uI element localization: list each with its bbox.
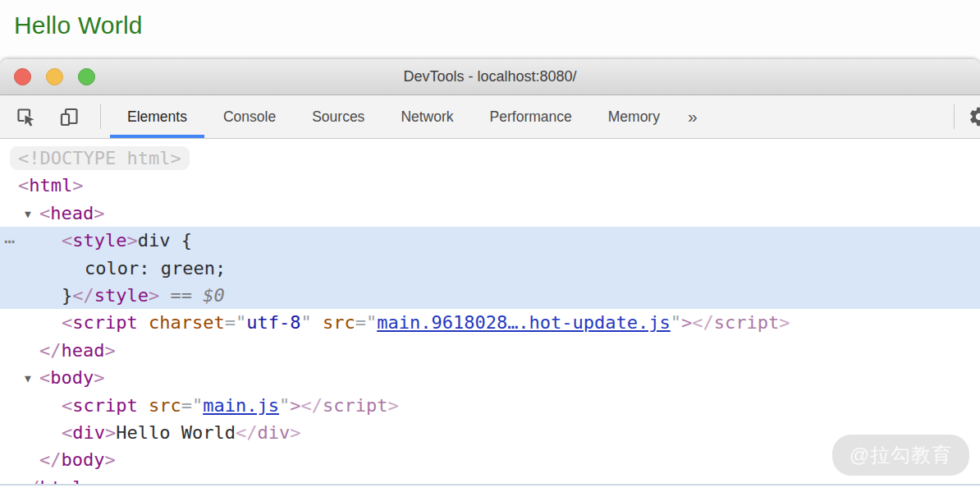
panel-tabs: Elements Console Sources Network Perform… <box>109 95 708 138</box>
code-segment: script <box>72 312 137 333</box>
code-segment: < <box>62 312 72 333</box>
code-segment: > <box>94 203 104 223</box>
overflow-dots: … <box>4 223 16 251</box>
device-toolbar-icon[interactable] <box>58 106 80 128</box>
zoom-button[interactable] <box>78 68 95 85</box>
dom-node-line[interactable]: </head> <box>0 337 980 364</box>
resource-link[interactable]: main.js <box>203 395 279 416</box>
code-segment: div <box>72 422 105 443</box>
expand-arrow-icon[interactable]: ▼ <box>25 200 31 228</box>
dom-node-line[interactable]: <html> <box>0 172 980 199</box>
code-segment <box>312 312 323 333</box>
tab-memory[interactable]: Memory <box>590 95 678 138</box>
code-segment: </ <box>39 340 62 361</box>
code-segment: > <box>290 395 300 416</box>
code-segment: <!DOCTYPE html> <box>18 148 181 168</box>
devtools-toolbar: Elements Console Sources Network Perform… <box>0 95 980 139</box>
code-segment: </ <box>692 312 714 333</box>
code-segment: < <box>62 230 72 251</box>
code-segment: div <box>257 422 290 443</box>
code-segment: script <box>714 312 779 333</box>
code-segment: script <box>323 395 387 416</box>
minimize-button[interactable] <box>46 68 63 85</box>
code-segment: > <box>681 312 692 333</box>
code-segment: head <box>50 203 94 223</box>
code-segment: style <box>94 285 149 306</box>
code-segment: < <box>39 203 50 223</box>
dom-node-line[interactable]: ▼<body> <box>0 364 980 391</box>
toolbar-left-icons <box>0 95 80 138</box>
code-segment: src <box>323 312 355 333</box>
more-tabs-button[interactable]: » <box>678 95 708 138</box>
code-segment: $0 <box>203 285 225 306</box>
code-segment: html <box>29 175 72 196</box>
code-segment: == <box>159 285 203 306</box>
code-segment: " <box>300 312 311 333</box>
toolbar-right <box>954 95 980 138</box>
page-heading: Hello World <box>14 12 143 39</box>
dom-node-line[interactable]: ▼<head> <box>0 200 980 227</box>
code-segment: " <box>279 395 290 416</box>
code-segment: > <box>779 312 790 333</box>
code-segment: < <box>62 395 72 416</box>
code-segment: </ <box>300 395 323 416</box>
code-segment: body <box>50 367 94 388</box>
code-segment <box>138 395 149 416</box>
code-segment: > <box>387 395 398 416</box>
expand-arrow-icon[interactable]: ▼ <box>25 365 31 392</box>
code-segment: =" <box>225 312 247 333</box>
code-segment: utf-8 <box>246 312 300 333</box>
code-segment: > <box>290 422 300 443</box>
close-button[interactable] <box>14 68 31 85</box>
code-segment: =" <box>181 395 204 416</box>
code-segment: =" <box>355 312 378 333</box>
toolbar-divider <box>954 104 955 129</box>
window-title: DevTools - localhost:8080/ <box>403 68 576 85</box>
dom-node-line[interactable]: color: green; <box>0 255 980 282</box>
dom-node-line[interactable]: <!DOCTYPE html> <box>0 145 980 172</box>
watermark-badge: @拉勾教育 <box>832 435 969 476</box>
code-segment: < <box>62 422 72 443</box>
code-segment: > <box>104 340 115 361</box>
hover-highlight: <!DOCTYPE html> <box>10 146 190 170</box>
tab-console[interactable]: Console <box>205 95 294 138</box>
code-segment: color: green; <box>85 258 226 279</box>
code-segment: " <box>671 312 681 333</box>
dom-node-line[interactable]: }</style> == $0 <box>0 282 980 309</box>
code-segment: src <box>149 395 181 416</box>
code-segment: > <box>126 230 137 251</box>
code-segment: Hello World <box>116 422 236 443</box>
code-segment: < <box>39 367 50 388</box>
dom-node-line[interactable]: <script charset="utf-8" src="main.961802… <box>0 309 980 336</box>
traffic-lights <box>14 59 95 94</box>
inspect-element-icon[interactable] <box>15 106 37 128</box>
code-segment: > <box>104 449 115 470</box>
code-segment: head <box>62 340 105 361</box>
tab-network[interactable]: Network <box>382 95 471 138</box>
code-segment: > <box>94 367 104 388</box>
dom-node-line[interactable]: …<style>div { <box>0 227 980 254</box>
gear-icon[interactable] <box>968 105 980 128</box>
resource-link[interactable]: main.9618028….hot-update.js <box>377 312 671 333</box>
toolbar-divider <box>100 104 101 129</box>
tab-performance[interactable]: Performance <box>472 95 590 138</box>
code-segment <box>138 312 149 333</box>
dom-tree: <!DOCTYPE html><html>▼<head>…<style>div … <box>0 139 980 488</box>
code-segment: charset <box>149 312 225 333</box>
code-segment: > <box>72 175 83 196</box>
code-segment: < <box>18 175 29 196</box>
code-segment: style <box>72 230 126 251</box>
code-segment: div { <box>138 230 192 251</box>
devtools-window: DevTools - localhost:8080/ Elements Cons… <box>0 59 980 488</box>
code-segment: } <box>62 285 72 306</box>
tab-elements[interactable]: Elements <box>109 95 205 138</box>
dom-node-line[interactable]: <script src="main.js"></script> <box>0 392 980 419</box>
code-segment: > <box>105 422 116 443</box>
code-segment: </ <box>39 449 62 470</box>
panel-splitter[interactable] <box>0 484 980 488</box>
window-titlebar[interactable]: DevTools - localhost:8080/ <box>0 59 980 95</box>
tab-sources[interactable]: Sources <box>294 95 382 138</box>
code-segment: </ <box>72 285 94 306</box>
dom-node-line[interactable]: <div>Hello World</div> <box>0 419 980 446</box>
code-segment: script <box>72 395 137 416</box>
